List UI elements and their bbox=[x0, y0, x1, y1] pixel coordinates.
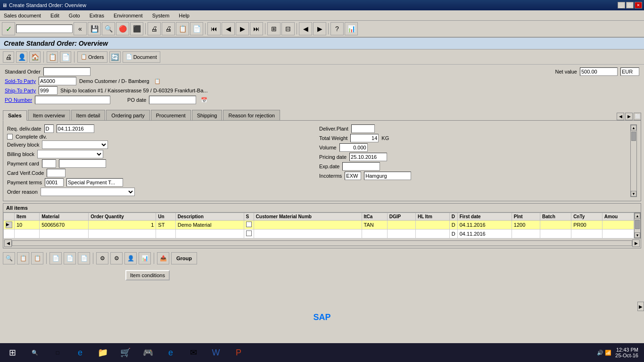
cell-amou[interactable] bbox=[602, 221, 634, 230]
minimize-button[interactable]: _ bbox=[618, 2, 625, 8]
menu-goto[interactable]: Goto bbox=[67, 12, 82, 19]
nav3-button[interactable]: ▶ bbox=[236, 22, 249, 35]
cell-itca-empty[interactable] bbox=[362, 230, 387, 239]
currency-input[interactable] bbox=[620, 67, 639, 76]
zoom-btn[interactable]: 🔍 bbox=[3, 252, 15, 264]
paste-button[interactable]: 📄 bbox=[190, 22, 203, 35]
deselect-all[interactable]: ⊟ bbox=[281, 22, 295, 35]
cell-batch[interactable] bbox=[540, 221, 571, 230]
print-doc-btn[interactable]: 🖨 bbox=[3, 51, 14, 63]
deliver-plant-input[interactable] bbox=[351, 124, 375, 133]
scroll-up[interactable]: ▲ bbox=[631, 125, 636, 131]
tab-prev-arrow[interactable]: ◀ bbox=[617, 113, 624, 120]
col-header-material[interactable]: Material bbox=[40, 213, 89, 221]
taskbar-app5[interactable]: e bbox=[160, 344, 181, 361]
cell-firstdate-empty[interactable]: 04.11.2016 bbox=[457, 230, 512, 239]
cell-desc-empty[interactable] bbox=[175, 230, 244, 239]
menu-sales-document[interactable]: Sales document bbox=[2, 12, 43, 19]
copy-button[interactable]: 📋 bbox=[176, 22, 189, 35]
cell-qty-empty[interactable] bbox=[89, 230, 156, 239]
standard-order-input[interactable] bbox=[43, 67, 91, 76]
menu-help[interactable]: Help bbox=[177, 12, 191, 19]
list2-btn[interactable]: 📋 bbox=[31, 252, 43, 264]
tab-scrollbar[interactable]: ▲ ▼ bbox=[630, 124, 637, 197]
nav2-button[interactable]: ◀ bbox=[222, 22, 235, 35]
taskbar-word[interactable]: W bbox=[206, 344, 226, 361]
custom-button[interactable]: 📊 bbox=[345, 22, 358, 35]
person-btn[interactable]: 👤 bbox=[16, 51, 27, 63]
refresh-btn[interactable]: 🔄 bbox=[109, 51, 121, 63]
start-button[interactable]: ⊞ bbox=[2, 344, 23, 361]
incoterms-code[interactable] bbox=[345, 172, 361, 180]
cell-d-empty[interactable]: D bbox=[449, 230, 457, 239]
col-header-s[interactable]: S bbox=[244, 213, 254, 221]
order-reason-select[interactable] bbox=[41, 188, 135, 196]
taskbar-search[interactable]: 🔍 bbox=[25, 344, 45, 361]
col-header-desc[interactable]: Description bbox=[175, 213, 244, 221]
ship-to-party-id[interactable] bbox=[39, 86, 58, 95]
cell-itca[interactable]: TAN bbox=[362, 221, 387, 230]
table-row[interactable]: D 04.11.2016 bbox=[4, 230, 634, 239]
tab-item-detail[interactable]: Item detail bbox=[71, 110, 106, 120]
action3-btn[interactable]: 📄 bbox=[78, 252, 90, 264]
tab-sales[interactable]: Sales bbox=[3, 110, 27, 121]
col-header-qty[interactable]: Order Quantity bbox=[89, 213, 156, 221]
doc2-btn[interactable]: 📄 bbox=[60, 51, 71, 63]
cell-un-empty[interactable] bbox=[156, 230, 175, 239]
cell-material-empty[interactable] bbox=[40, 230, 89, 239]
payment-terms-code[interactable] bbox=[45, 178, 64, 187]
col-header-plnt[interactable]: Plnt bbox=[512, 213, 540, 221]
col-header-dgip[interactable]: DGIP bbox=[387, 213, 415, 221]
payment-card-input2[interactable] bbox=[59, 159, 106, 168]
scroll-thumb[interactable] bbox=[631, 132, 636, 141]
menu-system[interactable]: System bbox=[150, 12, 172, 19]
exp-date-input[interactable] bbox=[342, 162, 380, 171]
col-header-un[interactable]: Un bbox=[156, 213, 175, 221]
group-button[interactable]: Group bbox=[171, 252, 197, 264]
action5-btn[interactable]: ⚙ bbox=[110, 252, 123, 264]
col-header-itca[interactable]: ItCa bbox=[362, 213, 387, 221]
scroll-left[interactable]: ◀ bbox=[299, 22, 312, 35]
taskbar-app4[interactable]: 🎮 bbox=[138, 344, 158, 361]
row-selector-empty[interactable] bbox=[4, 230, 15, 239]
prev-button[interactable]: « bbox=[74, 22, 87, 35]
cell-dgip[interactable] bbox=[387, 221, 415, 230]
print-button[interactable]: 🖨 bbox=[148, 22, 161, 35]
table-scroll-down[interactable]: ▼ bbox=[635, 232, 640, 238]
maximize-button[interactable]: □ bbox=[626, 2, 634, 8]
col-header-amou[interactable]: Amou bbox=[602, 213, 634, 221]
col-header-custmat[interactable]: Customer Material Numb bbox=[254, 213, 362, 221]
col-header-cnty[interactable]: CnTy bbox=[571, 213, 603, 221]
req-deliv-date-input[interactable] bbox=[57, 124, 94, 133]
item-conditions-button[interactable]: Item conditions bbox=[125, 270, 170, 280]
taskbar-explorer[interactable]: 📁 bbox=[92, 344, 113, 361]
taskbar-store[interactable]: 🛒 bbox=[115, 344, 136, 361]
taskbar-powerpoint[interactable]: P bbox=[228, 344, 249, 361]
select-all[interactable]: ⊞ bbox=[267, 22, 281, 35]
cell-d[interactable]: D bbox=[449, 221, 457, 230]
menu-environment[interactable]: Environment bbox=[112, 12, 145, 19]
cell-cnty-empty[interactable] bbox=[571, 230, 603, 239]
cell-s[interactable] bbox=[244, 221, 254, 230]
copy-doc-btn[interactable]: 📋 bbox=[47, 51, 58, 63]
save-button[interactable]: 💾 bbox=[88, 22, 101, 35]
cell-item[interactable]: 10 bbox=[15, 221, 40, 230]
cell-qty[interactable]: 1 bbox=[89, 221, 156, 230]
orders-button[interactable]: 📋 Orders bbox=[77, 51, 107, 63]
nav1-button[interactable]: ⏮ bbox=[207, 22, 221, 35]
action1-btn[interactable]: 📄 bbox=[50, 252, 62, 264]
volume-input[interactable] bbox=[339, 143, 368, 152]
menu-extras[interactable]: Extras bbox=[88, 12, 106, 19]
po-number-input[interactable] bbox=[35, 96, 110, 104]
payment-terms-desc[interactable] bbox=[66, 178, 123, 187]
tab-item-overview[interactable]: Item overview bbox=[28, 110, 70, 120]
cell-custmat[interactable] bbox=[254, 221, 362, 230]
table-scroll-left[interactable]: ◀ bbox=[4, 239, 12, 247]
tab-expand-arrow[interactable]: ⬜ bbox=[634, 113, 641, 120]
col-header-d[interactable]: D bbox=[449, 213, 457, 221]
cell-un[interactable]: ST bbox=[156, 221, 175, 230]
incoterms-desc[interactable] bbox=[364, 172, 411, 180]
help-button[interactable]: ? bbox=[330, 22, 344, 35]
scroll-right[interactable]: ▶ bbox=[313, 22, 326, 35]
action8-btn[interactable]: 📤 bbox=[157, 252, 169, 264]
